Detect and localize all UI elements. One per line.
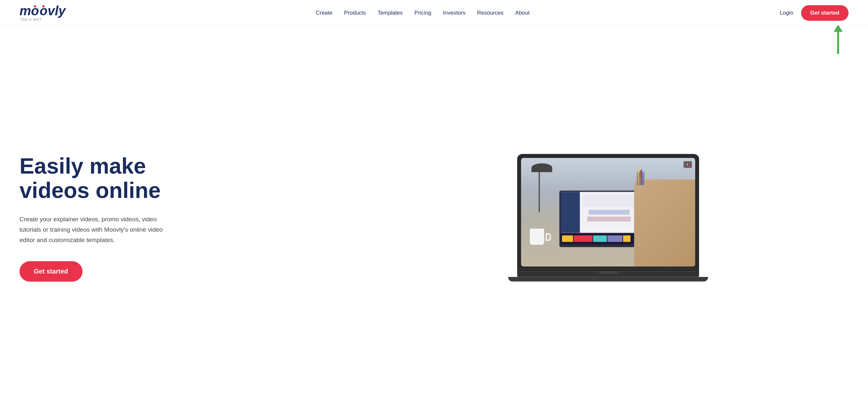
laptop-screen: 🔇	[521, 158, 695, 267]
svg-point-2	[401, 299, 406, 304]
laptop-notch	[598, 271, 618, 274]
laptop-bottom	[508, 277, 708, 282]
main-nav: Create Products Templates Pricing Invest…	[316, 10, 529, 16]
hero-headline: Easily make videos online	[20, 154, 355, 202]
logo-double-o: o o	[31, 4, 48, 17]
logo-ticker: TSX.V: MVY	[20, 18, 66, 22]
header: m o o vly TSX.V: MVY Create Products Tem…	[0, 0, 868, 26]
svg-point-4	[394, 318, 400, 325]
person-arm	[634, 180, 695, 267]
arrow-shaft	[837, 31, 839, 54]
laptop-base	[517, 271, 699, 277]
logo-m: m	[20, 4, 31, 17]
nav-item-templates[interactable]: Templates	[377, 10, 402, 16]
login-link[interactable]: Login	[780, 10, 794, 16]
logo-vly: vly	[48, 4, 66, 17]
hero-headline-line2: videos online	[20, 178, 161, 202]
laptop-illustration: 🔇	[517, 154, 699, 282]
nav-item-investors[interactable]: Investors	[443, 10, 466, 16]
volume-icon: 🔇	[683, 161, 692, 168]
nav-item-about[interactable]: About	[515, 10, 529, 16]
hero-subtext: Create your explainer videos, promo vide…	[20, 214, 176, 246]
svg-point-16	[605, 347, 611, 353]
pencil-holder	[637, 169, 647, 185]
laptop-body: 🔇	[517, 154, 699, 269]
get-started-button-header[interactable]: Get started	[801, 5, 848, 21]
timeline-bar	[561, 233, 638, 244]
svg-point-0	[394, 278, 400, 284]
nav-item-resources[interactable]: Resources	[477, 10, 503, 16]
coffee-mug	[530, 226, 548, 245]
inner-laptop	[559, 191, 640, 247]
svg-point-12	[605, 299, 611, 304]
hero-headline-line1: Easily make	[20, 154, 146, 178]
hero-left: Easily make videos online Create your ex…	[20, 154, 368, 281]
svg-point-8	[394, 358, 400, 363]
arrow-head	[834, 25, 843, 32]
svg-point-18	[599, 366, 604, 372]
get-started-button-hero[interactable]: Get started	[20, 261, 83, 282]
svg-point-6	[400, 339, 406, 345]
hero-section: Easily make videos online Create your ex…	[0, 26, 868, 403]
header-actions: Login Get started	[780, 5, 848, 21]
nav-item-create[interactable]: Create	[316, 10, 332, 16]
nav-item-products[interactable]: Products	[344, 10, 366, 16]
inner-screen	[561, 192, 638, 233]
svg-point-14	[599, 325, 604, 331]
nav-item-pricing[interactable]: Pricing	[414, 10, 431, 16]
lamp-head	[531, 163, 552, 172]
arrow-annotation	[834, 25, 843, 54]
logo[interactable]: m o o vly TSX.V: MVY	[20, 4, 66, 22]
